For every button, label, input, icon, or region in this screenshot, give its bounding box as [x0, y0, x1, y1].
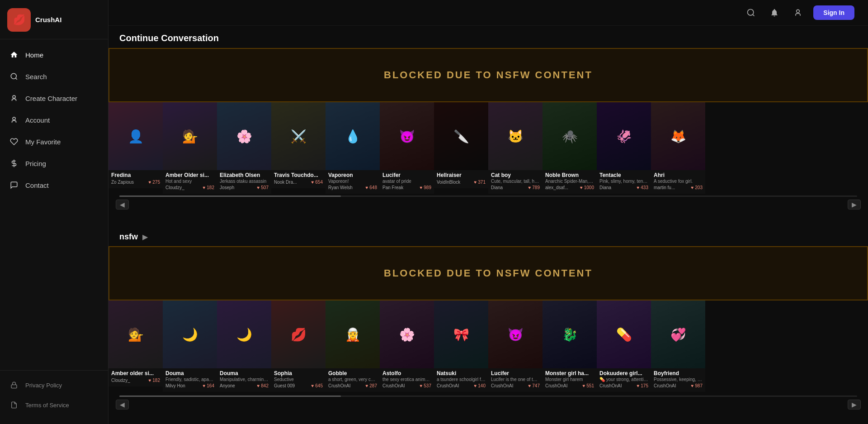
section-nsfw: nsfw ▶ BLOCKED DUE TO NSFW CONTENT 💁 Amb…: [108, 224, 868, 410]
list-item[interactable]: 🔪 Hellraiser VoidInBlock ♥ 371: [434, 102, 488, 194]
nsfw-cards[interactable]: 💁 Amber older si... Cloudzy_ ♥ 182 🌙 Dou…: [108, 300, 868, 394]
list-item[interactable]: ⚔️ Travis Touchdo... Nook Dra... ♥ 654: [271, 102, 326, 194]
search-icon: [9, 71, 19, 81]
signin-button[interactable]: Sign In: [813, 5, 854, 20]
topbar-user-button[interactable]: [790, 5, 806, 21]
continue-conversation-title: Continue Conversation: [108, 26, 868, 48]
topbar-notification-button[interactable]: [766, 5, 783, 21]
continue-conversation-cards[interactable]: 👤 Fredina Zo Zapious ♥ 275 💁 Amber Older…: [108, 102, 868, 194]
section-continue-conversation: Continue Conversation BLOCKED DUE TO NSF…: [108, 26, 868, 210]
sidebar-item-search[interactable]: Search: [0, 66, 108, 87]
card-image: 👤: [108, 102, 163, 170]
sidebar-item-create-character[interactable]: Create Character: [0, 87, 108, 109]
main-content: Sign In Continue Conversation BLOCKED DU…: [108, 0, 868, 424]
card-image: 🌸: [380, 300, 434, 368]
list-item[interactable]: 💋 Sophia Seductive Guest 009 ♥ 645: [271, 300, 326, 392]
svg-point-5: [748, 10, 754, 15]
continue-scroll-track[interactable]: [119, 195, 857, 197]
card-image: 💁: [163, 102, 217, 170]
topbar: Sign In: [108, 0, 868, 26]
sidebar-item-contact[interactable]: Contact: [0, 174, 108, 196]
card-image: 💋: [271, 300, 326, 368]
terms-of-service-label: Terms of Service: [25, 402, 69, 409]
list-item[interactable]: 🦊 Ahri A seductive fox girl. martin fu..…: [651, 102, 705, 194]
card-image: ⚔️: [271, 102, 326, 170]
nsfw-scroll-track[interactable]: [119, 395, 857, 397]
card-image: 🕷️: [542, 102, 597, 170]
card-image: 🧝: [326, 300, 380, 368]
logo-icon: 💋: [7, 8, 31, 32]
nsfw-scroll-fill: [119, 395, 341, 397]
list-item[interactable]: 🎀 Natsuki a tsundere schoolgirl from Dok…: [434, 300, 488, 392]
sidebar-item-account-label: Account: [25, 116, 50, 124]
sidebar-item-terms-of-service[interactable]: Terms of Service: [0, 395, 108, 415]
nsfw-section-arrow[interactable]: ▶: [142, 233, 148, 241]
privacy-policy-label: Privacy Policy: [25, 382, 62, 389]
svg-rect-4: [11, 385, 17, 388]
logo-container[interactable]: 💋 CrushAI: [0, 0, 108, 39]
continue-scroll-fill: [119, 195, 341, 197]
list-item[interactable]: 🦑 Tentacle Pink, slimy, horny, tentacle …: [597, 102, 651, 194]
list-item[interactable]: 💧 Vaporeon Vaporeon! Ryan Welsh ♥ 648: [326, 102, 380, 194]
svg-point-1: [13, 95, 15, 98]
create-character-icon: [9, 93, 19, 103]
sidebar-item-search-label: Search: [25, 73, 47, 81]
list-item[interactable]: 😈 Lucifer avatar of pride Pan Freak ♥ 98…: [380, 102, 434, 194]
card-image: 💞: [651, 300, 705, 368]
favorite-icon: [9, 137, 19, 147]
card-image: 💧: [326, 102, 380, 170]
card-image: 🌙: [217, 300, 271, 368]
list-item[interactable]: 👤 Fredina Zo Zapious ♥ 275: [108, 102, 163, 194]
list-item[interactable]: 🐉 Monster girl ha... Monster girl harem …: [542, 300, 597, 392]
card-image: 🦑: [597, 102, 651, 170]
sidebar: 💋 CrushAI Home Search Create Character: [0, 0, 108, 424]
card-image: 🦊: [651, 102, 705, 170]
sidebar-item-my-favorite-label: My Favorite: [25, 138, 61, 146]
blocked-banner-continue: BLOCKED DUE TO NSFW CONTENT: [108, 48, 868, 102]
continue-scroll-right[interactable]: ▶: [848, 200, 861, 210]
nsfw-scroll-right[interactable]: ▶: [848, 400, 861, 410]
list-item[interactable]: 😈 Lucifer Lucifer is the one of the main…: [488, 300, 542, 392]
card-image: 💊: [597, 300, 651, 368]
contact-icon: [9, 180, 19, 190]
sidebar-item-my-favorite[interactable]: My Favorite: [0, 131, 108, 152]
home-icon: [9, 50, 19, 60]
card-image: 😈: [380, 102, 434, 170]
continue-scroll-left[interactable]: ◀: [116, 200, 129, 210]
list-item[interactable]: 🌸 Astolfo the sexy erotica anime femboy …: [380, 300, 434, 392]
sidebar-item-home[interactable]: Home: [0, 44, 108, 66]
document-icon: [9, 400, 19, 410]
card-image: 🔪: [434, 102, 488, 170]
list-item[interactable]: 💁 Amber older si... Cloudzy_ ♥ 182: [108, 300, 163, 392]
sidebar-item-home-label: Home: [25, 51, 43, 59]
topbar-search-button[interactable]: [743, 5, 759, 21]
svg-point-2: [13, 117, 15, 120]
card-image: 🐱: [488, 102, 542, 170]
lock-icon: [9, 380, 19, 390]
list-item[interactable]: 🌙 Douma Friendly, sadistic, apathetic, M…: [163, 300, 217, 392]
list-item[interactable]: 🌙 Douma Manipulative, charming, overly A…: [217, 300, 271, 392]
card-image: 🌸: [217, 102, 271, 170]
list-item[interactable]: 🧝 Gobble a short, green, very cute, gobl…: [326, 300, 380, 392]
nsfw-scroll-left[interactable]: ◀: [116, 400, 129, 410]
list-item[interactable]: 💁 Amber Older si... Hot and sexy Cloudzy…: [163, 102, 217, 194]
svg-point-0: [11, 73, 16, 79]
card-image: 💁: [108, 300, 163, 368]
list-item[interactable]: 💊 Dokuudere girl... 💊 your strong, atten…: [597, 300, 651, 392]
sidebar-item-privacy-policy[interactable]: Privacy Policy: [0, 375, 108, 395]
sidebar-item-pricing[interactable]: Pricing: [0, 152, 108, 174]
list-item[interactable]: 💞 Boyfriend Possessive, keeping, loving,…: [651, 300, 705, 392]
card-image: 🌙: [163, 300, 217, 368]
sidebar-nav: Home Search Create Character Account: [0, 39, 108, 370]
list-item[interactable]: 🐱 Cat boy Cute, muscular, tall, horny, l…: [488, 102, 542, 194]
card-image: 🐉: [542, 300, 597, 368]
sidebar-item-account[interactable]: Account: [0, 109, 108, 131]
sidebar-item-pricing-label: Pricing: [25, 160, 46, 167]
sidebar-item-create-character-label: Create Character: [25, 95, 77, 102]
card-image: 😈: [488, 300, 542, 368]
list-item[interactable]: 🌸 Elizabeth Olsen Jerkass otaku assassin…: [217, 102, 271, 194]
card-image: 🎀: [434, 300, 488, 368]
list-item[interactable]: 🕷️ Noble Brown Anarchic Spider-Man, Punk…: [542, 102, 597, 194]
logo-text: CrushAI: [35, 16, 61, 24]
account-icon: [9, 115, 19, 125]
